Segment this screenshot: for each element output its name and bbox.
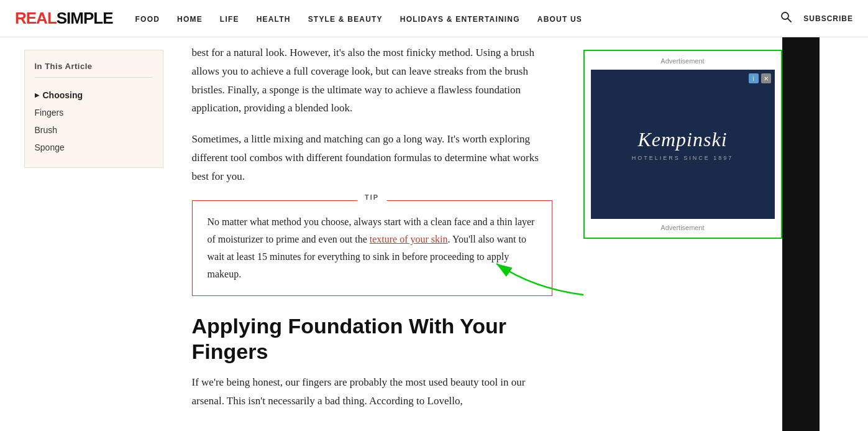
ad-top-bar: i ✕	[749, 73, 771, 83]
nav-item-food[interactable]: FOOD	[135, 13, 160, 24]
ad-image: i ✕ Kempinski HOTELIERS SINCE 1897	[591, 70, 775, 219]
kempinski-logo: Kempinski	[637, 128, 727, 151]
arrow-area	[583, 239, 782, 301]
nav-item-style-beauty[interactable]: STYLE & BEAUTY	[308, 13, 383, 24]
sidebar-item-brush[interactable]: Brush	[35, 121, 153, 139]
dark-right-panel	[782, 37, 820, 431]
nav-link-holidays[interactable]: HOLIDAYS & ENTERTAINING	[400, 15, 520, 24]
nav-link-health[interactable]: HEALTH	[257, 15, 291, 24]
nav-item-holidays[interactable]: HOLIDAYS & ENTERTAINING	[400, 13, 520, 24]
navbar: REALSIMPLE FOOD HOME LIFE HEALTH STYLE &…	[0, 0, 868, 37]
section-heading-line2: Fingers	[192, 340, 268, 363]
sidebar-item-choosing-label: Choosing	[43, 90, 83, 100]
mixing-paragraph: Sometimes, a little mixing and matching …	[192, 130, 552, 185]
nav-item-life[interactable]: LIFE	[220, 13, 239, 24]
tip-label: TIP	[357, 193, 386, 201]
sidebar-title: In This Article	[35, 62, 153, 78]
page-layout: In This Article Choosing Fingers Brush S…	[12, 37, 857, 431]
nav-item-home[interactable]: HOME	[177, 13, 203, 24]
search-icon	[780, 11, 792, 23]
green-arrow-icon	[472, 251, 608, 301]
in-this-article-box: In This Article Choosing Fingers Brush S…	[24, 50, 163, 168]
svg-line-1	[788, 19, 791, 22]
logo-part1: REAL	[15, 9, 57, 27]
mixing-text: Sometimes, a little mixing and matching …	[192, 133, 539, 182]
nav-right: SUBSCRIBE	[780, 11, 853, 26]
subscribe-link[interactable]: SUBSCRIBE	[803, 14, 853, 23]
nav-link-home[interactable]: HOME	[177, 15, 203, 24]
svg-point-0	[782, 12, 788, 19]
nav-link-style-beauty[interactable]: STYLE & BEAUTY	[308, 15, 383, 24]
intro-text: best for a natural look. However, it's a…	[192, 47, 534, 114]
section-heading-line1: Applying Foundation With Your	[192, 314, 506, 338]
sidebar-item-fingers[interactable]: Fingers	[35, 104, 153, 121]
nav-links: FOOD HOME LIFE HEALTH STYLE & BEAUTY HOL…	[135, 13, 780, 24]
right-sidebar: Advertisement i ✕ Kempinski HOTELIERS SI…	[571, 37, 782, 431]
sidebar-item-choosing[interactable]: Choosing	[35, 86, 153, 104]
nav-link-life[interactable]: LIFE	[220, 15, 239, 24]
fingers-paragraph: If we're being honest, our fingers are p…	[192, 373, 552, 410]
sidebar-item-sponge[interactable]: Sponge	[35, 139, 153, 156]
fingers-text: If we're being honest, our fingers are p…	[192, 376, 526, 407]
ad-label-bottom: Advertisement	[591, 224, 775, 231]
left-sidebar: In This Article Choosing Fingers Brush S…	[24, 37, 173, 431]
ad-container: Advertisement i ✕ Kempinski HOTELIERS SI…	[583, 50, 782, 239]
nav-link-about-us[interactable]: ABOUT US	[537, 15, 582, 24]
intro-paragraph: best for a natural look. However, it's a…	[192, 44, 552, 118]
search-button[interactable]	[780, 11, 792, 26]
site-logo[interactable]: REALSIMPLE	[15, 9, 113, 28]
sidebar-item-fingers-label: Fingers	[35, 108, 64, 118]
kempinski-tagline: HOTELIERS SINCE 1897	[632, 155, 734, 161]
tip-link[interactable]: texture of your skin	[370, 234, 448, 244]
main-content: best for a natural look. However, it's a…	[173, 37, 571, 431]
section-heading: Applying Foundation With Your Fingers	[192, 313, 552, 364]
logo-part2: SIMPLE	[57, 9, 113, 27]
nav-link-food[interactable]: FOOD	[135, 15, 160, 24]
nav-item-about-us[interactable]: ABOUT US	[537, 13, 582, 24]
sidebar-item-sponge-label: Sponge	[35, 142, 65, 152]
sidebar-item-brush-label: Brush	[35, 125, 58, 135]
ad-label-top: Advertisement	[591, 57, 775, 65]
ad-info-icon[interactable]: i	[749, 73, 759, 83]
ad-close-icon[interactable]: ✕	[761, 73, 771, 83]
nav-item-health[interactable]: HEALTH	[257, 13, 291, 24]
